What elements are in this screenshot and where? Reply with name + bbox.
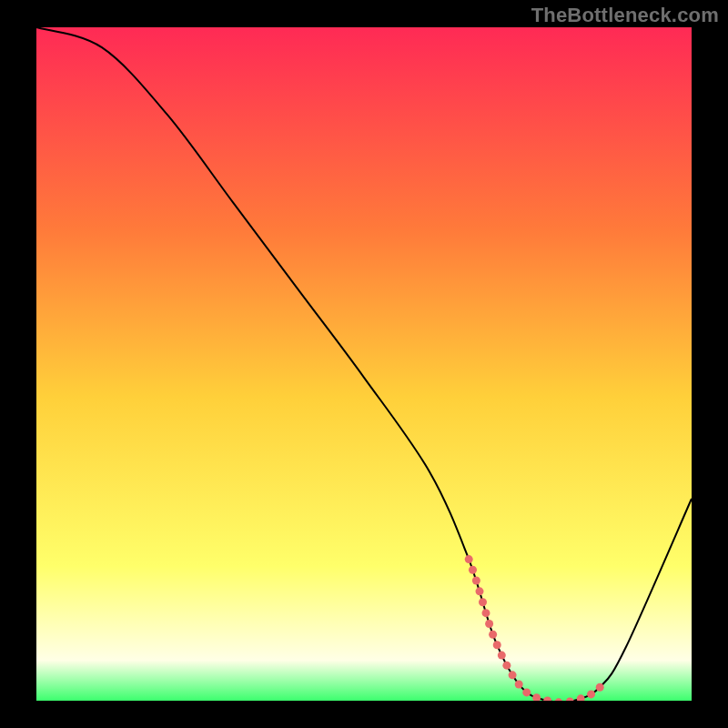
- chart-container: TheBottleneck.com: [0, 0, 728, 728]
- plot-area: [36, 27, 692, 706]
- flat-zone-dot: [465, 555, 473, 563]
- flat-zone-dot: [498, 652, 506, 660]
- flat-zone-dot: [515, 681, 523, 689]
- flat-zone-dot: [532, 693, 541, 702]
- gradient-background: [36, 27, 692, 701]
- flat-zone-dot: [502, 662, 511, 670]
- bottom-axis-frame: [0, 701, 728, 728]
- right-axis-frame: [692, 0, 728, 728]
- watermark-text: TheBottleneck.com: [531, 4, 719, 27]
- flat-zone-dot: [509, 671, 517, 679]
- flat-zone-dot: [469, 566, 477, 574]
- flat-zone-dot: [481, 609, 490, 617]
- flat-zone-dot: [522, 688, 531, 696]
- left-axis-frame: [0, 0, 36, 728]
- flat-zone-dot: [596, 683, 604, 692]
- flat-zone-dot: [479, 598, 487, 606]
- flat-zone-dot: [485, 620, 493, 628]
- flat-zone-dot: [475, 587, 483, 595]
- flat-zone-dot: [493, 641, 501, 649]
- flat-zone-dot: [587, 690, 595, 698]
- flat-zone-dot: [489, 631, 497, 639]
- flat-zone-dot: [472, 577, 480, 585]
- bottleneck-chart: [0, 0, 728, 728]
